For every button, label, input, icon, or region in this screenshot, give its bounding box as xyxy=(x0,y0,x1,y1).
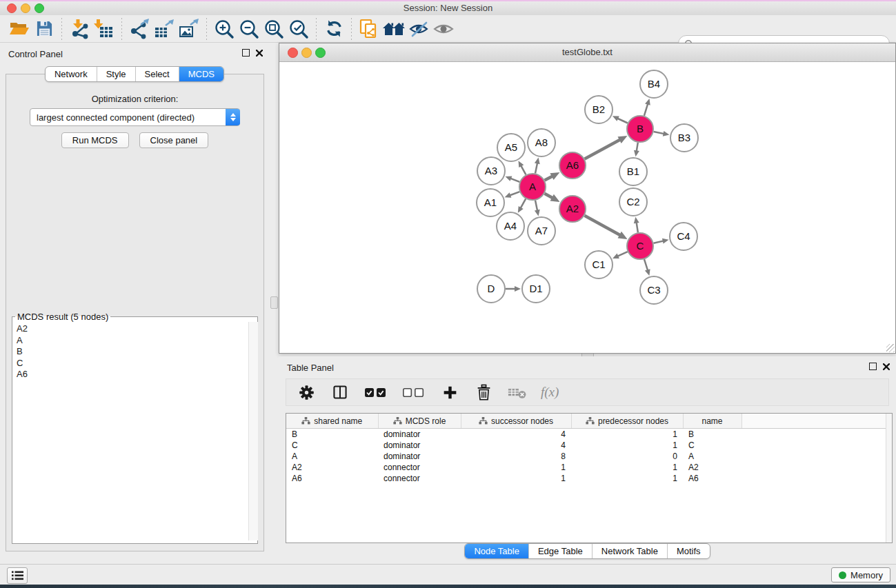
graph-edge-C-C3[interactable] xyxy=(644,259,648,272)
deselect-all-icon[interactable] xyxy=(401,382,426,403)
delete-table-icon[interactable] xyxy=(507,382,528,403)
tab-edge-table[interactable]: Edge Table xyxy=(528,544,592,558)
memory-button[interactable]: Memory xyxy=(831,567,890,582)
table-cell[interactable]: B xyxy=(286,429,378,440)
close-traffic-light[interactable] xyxy=(7,3,17,13)
tab-network[interactable]: Network xyxy=(46,67,97,81)
window-resize-grip[interactable] xyxy=(886,344,895,352)
table-cell[interactable]: 4 xyxy=(461,440,571,451)
first-neighbors-icon[interactable] xyxy=(381,17,406,41)
column-header-mcds-role[interactable]: MCDS role xyxy=(378,414,461,429)
table-cell[interactable]: 1 xyxy=(571,462,683,473)
table-cell[interactable]: A xyxy=(286,451,378,462)
table-cell[interactable]: dominator xyxy=(378,440,461,451)
table-scrollbar[interactable] xyxy=(886,414,892,543)
task-history-button[interactable] xyxy=(7,567,28,584)
close-panel-button[interactable]: Close panel xyxy=(139,132,209,148)
save-session-icon[interactable] xyxy=(32,17,57,41)
network-canvas[interactable]: B4B2BB3A5A8A6A3B1AA1C2A2A4A7C4CC1C3DD1 xyxy=(279,62,895,353)
table-cell[interactable]: connector xyxy=(378,462,461,473)
table-cell[interactable]: 1 xyxy=(571,429,683,440)
graph-node-label: C4 xyxy=(677,230,690,242)
table-cell[interactable]: B xyxy=(683,429,741,440)
zoom-traffic-light[interactable] xyxy=(34,3,44,13)
table-cell[interactable]: 1 xyxy=(571,440,683,451)
table-row[interactable]: Adominator80A xyxy=(286,451,892,462)
column-header-name[interactable]: name xyxy=(683,414,741,429)
table-cell[interactable]: A6 xyxy=(683,473,741,484)
vertical-splitter-grip[interactable] xyxy=(270,296,278,309)
import-network-icon[interactable] xyxy=(67,17,92,41)
close-panel-icon[interactable] xyxy=(883,363,890,370)
table-cell[interactable]: A xyxy=(683,451,741,462)
table-cell[interactable]: 4 xyxy=(461,429,571,440)
mcds-result-item[interactable]: A6 xyxy=(13,369,258,381)
export-table-icon[interactable] xyxy=(152,17,177,41)
graph-edge-A6-B[interactable] xyxy=(585,139,622,159)
zoom-in-icon[interactable] xyxy=(212,17,237,41)
tab-node-table[interactable]: Node Table xyxy=(465,544,528,558)
mcds-result-item[interactable]: B xyxy=(13,346,258,358)
table-cell[interactable]: 8 xyxy=(461,451,571,462)
table-row[interactable]: Cdominator41C xyxy=(286,440,892,451)
tab-mcds[interactable]: MCDS xyxy=(179,67,223,81)
float-panel-icon[interactable] xyxy=(242,49,250,57)
mcds-result-item[interactable]: C xyxy=(13,358,258,369)
mcds-result-item[interactable]: A2 xyxy=(13,323,258,335)
column-header-predecessor-nodes[interactable]: predecessor nodes xyxy=(571,414,683,429)
table-cell[interactable]: dominator xyxy=(378,429,461,440)
close-panel-icon[interactable] xyxy=(256,50,263,57)
table-cell[interactable]: connector xyxy=(378,473,461,484)
dropdown-stepper-icon[interactable] xyxy=(226,109,240,125)
result-scrollbar[interactable] xyxy=(248,322,258,540)
tab-network-table[interactable]: Network Table xyxy=(592,544,667,558)
network-close-traffic-light[interactable] xyxy=(288,48,298,58)
column-header-successor-nodes[interactable]: successor nodes xyxy=(461,414,571,429)
run-mcds-button[interactable]: Run MCDS xyxy=(61,132,129,148)
table-cell[interactable]: C xyxy=(286,440,378,451)
table-cell[interactable]: 1 xyxy=(461,462,571,473)
function-builder-icon[interactable]: f(x) xyxy=(541,382,559,403)
table-cell[interactable]: dominator xyxy=(378,451,461,462)
minimize-traffic-light[interactable] xyxy=(21,3,30,13)
table-cell[interactable]: A6 xyxy=(286,473,378,484)
add-column-icon[interactable] xyxy=(439,382,460,403)
refresh-icon[interactable] xyxy=(321,17,346,41)
tab-style[interactable]: Style xyxy=(97,67,135,81)
graph-edge-A2-C[interactable] xyxy=(585,216,622,236)
main-toolbar xyxy=(0,15,896,43)
float-panel-icon[interactable] xyxy=(869,363,877,370)
table-row[interactable]: A6connector11A6 xyxy=(286,473,892,484)
import-table-icon[interactable] xyxy=(92,17,117,41)
network-zoom-traffic-light[interactable] xyxy=(315,48,326,58)
table-cell[interactable]: 1 xyxy=(571,473,683,484)
zoom-out-icon[interactable] xyxy=(237,17,261,41)
network-from-selection-icon[interactable] xyxy=(357,17,381,41)
select-all-icon[interactable] xyxy=(364,382,388,403)
network-window-titlebar[interactable]: testGlobe.txt xyxy=(279,43,895,62)
table-row[interactable]: Bdominator41B xyxy=(286,429,892,440)
table-cell[interactable]: A2 xyxy=(286,462,378,473)
table-cell[interactable]: A2 xyxy=(683,462,741,473)
table-cell[interactable]: 1 xyxy=(461,473,571,484)
mcds-result-item[interactable]: A xyxy=(13,335,258,347)
table-cell[interactable]: 0 xyxy=(571,451,683,462)
network-minimize-traffic-light[interactable] xyxy=(301,48,312,58)
zoom-fit-icon[interactable] xyxy=(261,17,286,41)
settings-gear-icon[interactable] xyxy=(296,382,317,403)
tab-select[interactable]: Select xyxy=(135,67,179,81)
column-header-shared-name[interactable]: shared name xyxy=(286,414,378,429)
tab-motifs[interactable]: Motifs xyxy=(667,544,710,558)
column-view-icon[interactable] xyxy=(330,382,350,403)
zoom-selected-icon[interactable] xyxy=(286,17,311,41)
hide-selection-icon[interactable] xyxy=(406,17,431,41)
table-row[interactable]: A2connector11A2 xyxy=(286,462,892,473)
graph-edge-B-B4[interactable] xyxy=(644,103,648,116)
show-all-icon[interactable] xyxy=(431,17,456,41)
open-session-icon[interactable] xyxy=(7,17,32,41)
export-network-icon[interactable] xyxy=(127,17,152,41)
table-cell[interactable]: C xyxy=(683,440,741,451)
delete-column-icon[interactable] xyxy=(473,382,494,403)
export-image-icon[interactable] xyxy=(177,17,201,41)
criterion-dropdown[interactable]: largest connected component (directed) xyxy=(30,108,240,126)
